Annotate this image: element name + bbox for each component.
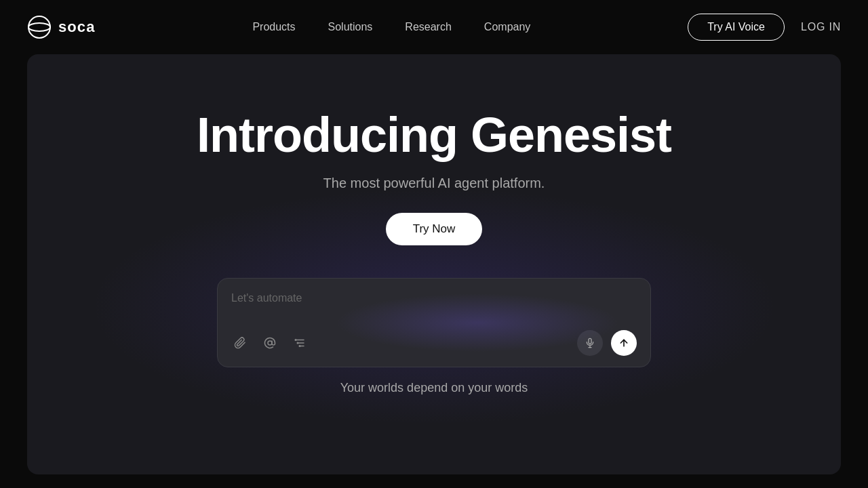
svg-point-8	[299, 345, 301, 347]
logo-icon	[27, 15, 52, 39]
nav-actions: Try AI Voice LOG IN	[688, 14, 841, 41]
hero-footer-text: Your worlds depend on your words	[340, 381, 528, 395]
attach-icon	[234, 337, 246, 349]
svg-point-7	[297, 342, 299, 344]
svg-point-0	[28, 16, 50, 38]
attach-button[interactable]	[231, 334, 249, 352]
chat-input[interactable]	[231, 292, 637, 317]
svg-point-1	[28, 23, 50, 31]
chat-container	[217, 278, 651, 367]
logo[interactable]: soca	[27, 15, 96, 39]
mention-icon	[264, 337, 276, 349]
hero-subtitle: The most powerful AI agent platform.	[323, 176, 545, 191]
send-button[interactable]	[611, 330, 637, 356]
mic-icon	[585, 338, 595, 348]
nav-item-products[interactable]: Products	[252, 21, 295, 33]
chat-toolbar-left	[231, 334, 309, 352]
svg-point-6	[295, 339, 297, 341]
chat-box	[217, 278, 651, 367]
navbar: soca Products Solutions Research Company…	[0, 0, 868, 54]
nav-item-company[interactable]: Company	[484, 21, 530, 33]
nav-item-research[interactable]: Research	[405, 21, 451, 33]
try-ai-voice-button[interactable]: Try AI Voice	[688, 14, 785, 41]
hero-section: Introducing Genesist The most powerful A…	[27, 54, 841, 474]
mention-button[interactable]	[261, 334, 279, 352]
mic-button[interactable]	[577, 330, 603, 356]
svg-point-2	[268, 341, 272, 345]
chat-toolbar	[231, 330, 637, 356]
nav-links: Products Solutions Research Company	[252, 21, 530, 33]
hero-title: Introducing Genesist	[197, 108, 671, 162]
filter-button[interactable]	[291, 334, 309, 352]
chat-toolbar-right	[577, 330, 637, 356]
logo-text: soca	[58, 18, 96, 36]
nav-item-solutions[interactable]: Solutions	[328, 21, 373, 33]
svg-rect-9	[589, 339, 591, 344]
try-now-button[interactable]: Try Now	[386, 213, 483, 245]
login-link[interactable]: LOG IN	[801, 21, 841, 33]
settings-icon	[294, 337, 306, 349]
send-icon	[618, 338, 629, 348]
